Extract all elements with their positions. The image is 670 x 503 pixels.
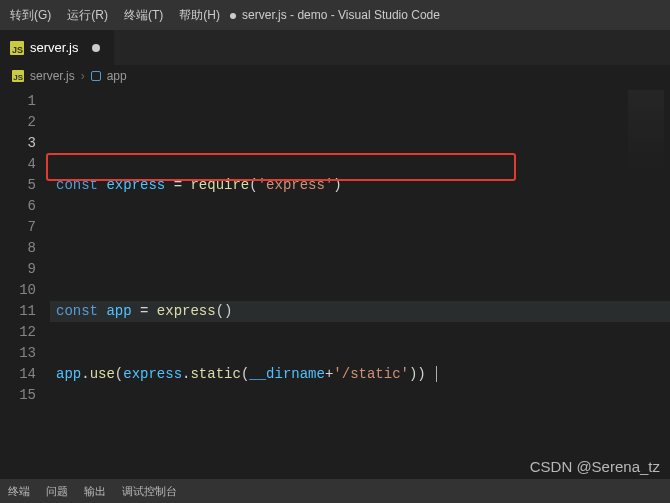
code-area[interactable]: const express = require('express') const… bbox=[50, 87, 670, 503]
line-gutter: 1 2 3 4 5 6 7 8 9 10 11 12 13 14 15 bbox=[0, 87, 50, 503]
menu-help[interactable]: 帮助(H) bbox=[171, 3, 228, 28]
minimap[interactable] bbox=[628, 90, 664, 190]
panel-tabs: 终端 问题 输出 调试控制台 bbox=[0, 479, 670, 503]
text-cursor bbox=[436, 366, 437, 382]
watermark: CSDN @Serena_tz bbox=[530, 458, 660, 475]
menu-terminal[interactable]: 终端(T) bbox=[116, 3, 171, 28]
panel-output[interactable]: 输出 bbox=[84, 484, 106, 499]
modified-dot-icon bbox=[92, 44, 100, 52]
menu-run[interactable]: 运行(R) bbox=[59, 3, 116, 28]
menubar: 转到(G) 运行(R) 终端(T) 帮助(H) bbox=[0, 0, 670, 30]
tab-bar: JS server.js bbox=[0, 30, 670, 65]
panel-problems[interactable]: 问题 bbox=[46, 484, 68, 499]
breadcrumb-file: server.js bbox=[30, 69, 75, 83]
breadcrumb-symbol: app bbox=[107, 69, 127, 83]
tab-server-js[interactable]: JS server.js bbox=[0, 30, 115, 65]
symbol-icon bbox=[91, 71, 101, 81]
chevron-right-icon: › bbox=[81, 69, 85, 83]
code-editor[interactable]: 1 2 3 4 5 6 7 8 9 10 11 12 13 14 15 cons… bbox=[0, 87, 670, 503]
js-file-icon: JS bbox=[10, 41, 24, 55]
tab-label: server.js bbox=[30, 40, 78, 55]
menu-goto[interactable]: 转到(G) bbox=[2, 3, 59, 28]
panel-terminal[interactable]: 终端 bbox=[8, 484, 30, 499]
breadcrumb[interactable]: JS server.js › app bbox=[0, 65, 670, 87]
panel-debug-console[interactable]: 调试控制台 bbox=[122, 484, 177, 499]
js-file-icon: JS bbox=[12, 70, 24, 82]
